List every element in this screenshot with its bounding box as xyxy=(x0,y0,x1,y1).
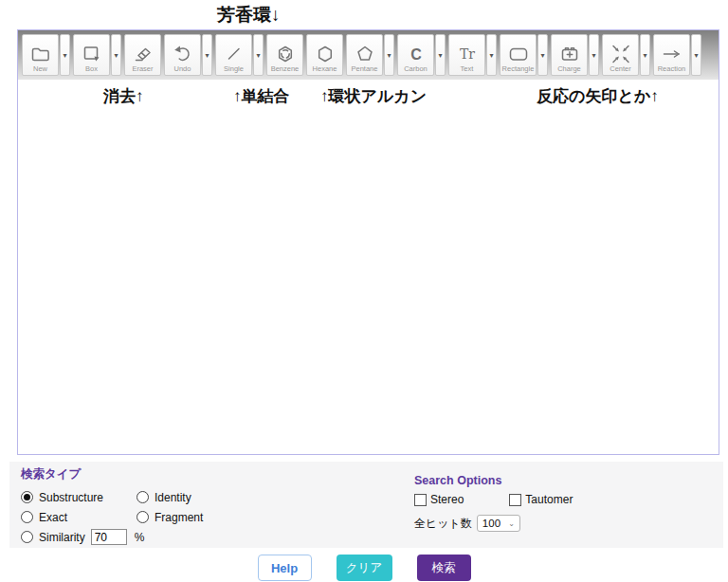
toolbar-group-text: TrText▾ xyxy=(448,34,497,76)
toolbar-button-label: New xyxy=(33,64,47,73)
toolbar-group-reaction: Reaction▾ xyxy=(653,34,701,76)
toolbar-button-label: Benzene xyxy=(271,64,300,73)
toolbar-group-center: Center▾ xyxy=(602,34,650,76)
annotation-cyclic-alkane: ↑環状アルカン xyxy=(320,85,427,107)
toolbar-button-label: Center xyxy=(610,64,631,73)
svg-text:Tr: Tr xyxy=(459,46,474,62)
similarity-percent-input[interactable] xyxy=(91,529,127,545)
help-button[interactable]: Help xyxy=(258,555,312,581)
radio-option-substructure[interactable]: Substructure xyxy=(21,491,136,504)
toolbar-group-eraser: Eraser xyxy=(124,34,161,76)
carbon-atom-icon: C xyxy=(405,44,428,64)
checkbox-tautomer[interactable] xyxy=(509,494,521,506)
structure-editor: New▾Box▾EraserUndo▾Single▾BenzeneHexaneP… xyxy=(17,29,719,455)
search-type-section: 検索タイプ SubstructureIdentityExactFragmentS… xyxy=(21,466,203,547)
checkbox-label-tautomer: Tautomer xyxy=(525,493,573,506)
toolbar-button-text[interactable]: TrText xyxy=(448,34,485,76)
toolbar-menu-arrow-single[interactable]: ▾ xyxy=(253,34,264,76)
footer-button-bar: Help クリア 検索 xyxy=(0,555,728,581)
toolbar-group-undo: Undo▾ xyxy=(164,34,212,76)
toolbar-menu-arrow-box[interactable]: ▾ xyxy=(111,34,121,76)
radio-button-substructure[interactable] xyxy=(21,491,33,503)
radio-option-fragment[interactable]: Fragment xyxy=(136,511,203,524)
radio-label-similarity: Similarity xyxy=(39,531,85,544)
max-hits-label: 全ヒット数 xyxy=(414,516,472,532)
toolbar-button-undo[interactable]: Undo xyxy=(164,34,201,76)
new-document-icon xyxy=(29,44,52,64)
reaction-arrow-icon xyxy=(661,44,683,64)
radio-label-substructure: Substructure xyxy=(39,491,103,504)
toolbar-button-center[interactable]: Center xyxy=(602,34,639,76)
checkbox-label-stereo: Stereo xyxy=(430,493,464,506)
toolbar-button-eraser[interactable]: Eraser xyxy=(124,34,161,76)
toolbar-button-charge[interactable]: Charge xyxy=(551,34,588,76)
annotation-reaction-arrow: 反応の矢印とか↑ xyxy=(537,85,659,107)
toolbar-button-label: Eraser xyxy=(132,64,153,73)
search-options-panel: 検索タイプ SubstructureIdentityExactFragmentS… xyxy=(9,462,723,548)
toolbar-menu-arrow-new[interactable]: ▾ xyxy=(60,34,70,76)
toolbar-menu-arrow-center[interactable]: ▾ xyxy=(640,34,650,76)
toolbar-menu-arrow-reaction[interactable]: ▾ xyxy=(691,34,701,76)
search-options-section: Search Options StereoTautomer 全ヒット数 100 … xyxy=(414,474,573,532)
toolbar-group-hexane: Hexane xyxy=(306,34,343,76)
toolbar-button-hexane[interactable]: Hexane xyxy=(306,34,343,76)
toolbar-group-benzene: Benzene xyxy=(266,34,303,76)
search-type-radio-group: SubstructureIdentityExactFragmentSimilar… xyxy=(21,487,203,547)
toolbar-button-label: Text xyxy=(461,64,474,73)
chevron-down-icon: ⌄ xyxy=(508,519,515,528)
toolbar-menu-arrow-rectangle[interactable]: ▾ xyxy=(537,34,548,76)
toolbar-button-benzene[interactable]: Benzene xyxy=(266,34,303,76)
toolbar-button-new[interactable]: New xyxy=(22,34,59,76)
undo-icon xyxy=(172,44,194,64)
toolbar-group-box: Box▾ xyxy=(73,34,121,76)
radio-dot xyxy=(24,494,30,500)
structure-search-page: 芳香環↓ New▾Box▾EraserUndo▾Single▾BenzeneHe… xyxy=(0,0,728,582)
benzene-ring-icon xyxy=(274,44,297,64)
toolbar-button-pentane[interactable]: Pentane xyxy=(346,34,383,76)
toolbar-menu-arrow-text[interactable]: ▾ xyxy=(486,34,497,76)
rectangle-icon xyxy=(507,44,530,64)
max-hits-row: 全ヒット数 100 ⌄ xyxy=(414,515,573,532)
toolbar-button-label: Reaction xyxy=(658,64,686,73)
toolbar-button-single[interactable]: Single xyxy=(215,34,252,76)
checkbox-stereo[interactable] xyxy=(414,494,427,506)
search-type-heading: 検索タイプ xyxy=(21,466,203,482)
radio-option-similarity[interactable]: Similarity% xyxy=(21,529,136,545)
annotation-single-bond: ↑単結合 xyxy=(233,85,290,107)
radio-option-exact[interactable]: Exact xyxy=(21,511,136,524)
radio-button-identity[interactable] xyxy=(136,491,149,503)
toolbar-menu-arrow-carbon[interactable]: ▾ xyxy=(435,34,446,76)
toolbar-button-label: Box xyxy=(85,64,98,73)
center-arrows-icon xyxy=(610,44,632,64)
toolbar-button-reaction[interactable]: Reaction xyxy=(653,34,690,76)
svg-text:C: C xyxy=(410,46,422,63)
toolbar-button-label: Carbon xyxy=(404,64,428,73)
toolbar-menu-arrow-charge[interactable]: ▾ xyxy=(589,34,599,76)
charge-icon xyxy=(558,44,581,64)
toolbar-button-label: Undo xyxy=(174,64,191,73)
toolbar-button-box[interactable]: Box xyxy=(73,34,110,76)
radio-button-similarity[interactable] xyxy=(21,531,33,543)
toolbar-button-carbon[interactable]: CCarbon xyxy=(397,34,434,76)
toolbar-group-single: Single▾ xyxy=(215,34,264,76)
toolbar-menu-arrow-undo[interactable]: ▾ xyxy=(202,34,212,76)
radio-button-fragment[interactable] xyxy=(136,511,149,523)
toolbar-button-label: Pentane xyxy=(352,64,378,73)
text-icon: Tr xyxy=(456,44,479,64)
radio-option-identity[interactable]: Identity xyxy=(136,491,203,504)
max-hits-select[interactable]: 100 ⌄ xyxy=(477,515,520,532)
radio-button-exact[interactable] xyxy=(21,511,33,523)
toolbar-button-label: Single xyxy=(224,64,244,73)
toolbar-button-rectangle[interactable]: Rectangle xyxy=(500,34,537,76)
eraser-icon xyxy=(132,44,155,64)
search-options-heading: Search Options xyxy=(414,474,573,487)
toolbar-button-label: Charge xyxy=(557,64,581,73)
clear-button[interactable]: クリア xyxy=(337,555,392,581)
radio-label-fragment: Fragment xyxy=(155,511,203,524)
drawing-canvas[interactable]: 消去↑ ↑単結合 ↑環状アルカン 反応の矢印とか↑ xyxy=(18,80,719,454)
search-button[interactable]: 検索 xyxy=(417,555,471,581)
annotation-aromatic-ring: 芳香環↓ xyxy=(217,3,281,27)
toolbar-menu-arrow-pentane[interactable]: ▾ xyxy=(384,34,394,76)
box-select-icon xyxy=(81,44,103,64)
toolbar-group-new: New▾ xyxy=(22,34,70,76)
